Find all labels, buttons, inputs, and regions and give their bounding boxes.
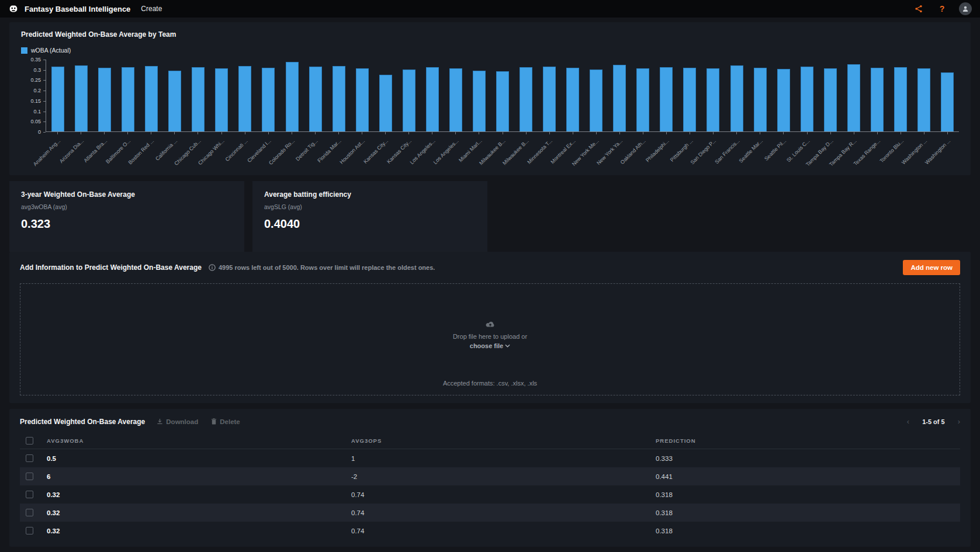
row-checkbox[interactable] [26, 509, 33, 516]
x-axis-tick [245, 132, 245, 134]
bar-Oakland Ath...[interactable] [636, 68, 649, 131]
bar-Kansas City...[interactable] [403, 70, 415, 131]
bar-New York Ya...[interactable] [613, 65, 626, 131]
x-axis-tick [713, 132, 714, 134]
bar-California ...[interactable] [168, 71, 181, 131]
bar-Texas Range...[interactable] [871, 68, 884, 131]
y-axis-tick-label: 0.2 [33, 88, 41, 93]
bar-Seattle Mar...[interactable] [754, 68, 767, 131]
x-axis-label: Cincinnati ... [224, 138, 249, 162]
bar-Los Angeles...[interactable] [449, 68, 462, 131]
x-axis-tick [643, 132, 643, 134]
metric-subtitle: avgSLG (avg) [264, 203, 476, 210]
row-checkbox[interactable] [26, 473, 33, 480]
bar-Cleveland I...[interactable] [262, 68, 275, 131]
row-checkbox[interactable] [26, 454, 33, 462]
table-cell: -2 [351, 473, 656, 480]
y-axis-tick-label: 0.1 [33, 109, 41, 114]
add-section-title: Add Information to Predict Weighted On-B… [20, 263, 202, 272]
bar-Houston Ast...[interactable] [356, 68, 369, 131]
bar-Kansas City...[interactable] [379, 75, 392, 131]
y-axis: 0.350.30.250.20.150.10.050 [21, 60, 46, 132]
add-new-row-button[interactable]: Add new row [903, 260, 960, 275]
x-axis-tick [854, 132, 854, 134]
next-page-icon[interactable]: › [958, 417, 960, 426]
x-axis-label: St. Louis C... [785, 138, 811, 164]
x-axis-tick [338, 132, 339, 134]
bar-Detroit Tig...[interactable] [309, 67, 322, 131]
x-axis-tick [455, 132, 456, 134]
bar-Montreal Ex...[interactable] [566, 68, 579, 131]
x-axis-tick [432, 132, 432, 134]
help-icon[interactable]: ? [937, 4, 947, 14]
bar-Anaheim Ang...[interactable] [51, 67, 64, 131]
chart-title: Predicted Weighted On-Base Average by Te… [21, 30, 959, 39]
bar-Atlanta Bra...[interactable] [98, 68, 111, 131]
bar-Toronto Blu...[interactable] [894, 67, 907, 131]
user-avatar[interactable] [959, 2, 972, 15]
x-axis-label: Houston Ast... [338, 138, 366, 165]
predictions-table: AVG3WOBAAVG3OPSPREDICTION0.510.3336-20.4… [20, 433, 960, 540]
x-axis-label: Boston Red ... [127, 138, 155, 165]
x-axis-label: Miami Marl... [458, 138, 483, 163]
table-cell: 1 [351, 455, 656, 462]
x-axis-label: Arizona Dia... [58, 138, 85, 164]
x-axis-label: Cleveland I... [247, 138, 272, 164]
bar-San Diego P...[interactable] [707, 68, 719, 131]
bar-Seattle Pil...[interactable] [777, 69, 790, 131]
x-axis-tick [877, 132, 878, 134]
bar-Pittsburgh ...[interactable] [683, 68, 696, 131]
bar-Miami Marl...[interactable] [473, 71, 486, 131]
bar-Washington ...[interactable] [917, 68, 930, 131]
bar-Tampa Bay R...[interactable] [847, 64, 860, 131]
bar-Chicago Whi...[interactable] [215, 68, 228, 131]
x-axis-label: Atlanta Bra... [82, 138, 108, 164]
nav-create[interactable]: Create [141, 5, 162, 13]
bar-chart-plot-area [46, 60, 959, 132]
x-axis-tick [783, 132, 784, 134]
bar-Cincinnati ...[interactable] [238, 66, 251, 131]
bar-Philadelphi...[interactable] [660, 67, 673, 131]
x-axis-tick [57, 132, 58, 134]
bar-Tampa Bay D...[interactable] [824, 68, 837, 131]
bar-St. Louis C...[interactable] [801, 67, 813, 131]
bar-Arizona Dia...[interactable] [75, 65, 88, 131]
legend-item-woba-actual[interactable]: wOBA (Actual) [21, 47, 71, 54]
download-button[interactable]: Download [157, 418, 198, 425]
x-axis-tick [596, 132, 597, 134]
table-row: 0.320.740.318 [20, 522, 960, 540]
bar-Florida Mar...[interactable] [333, 66, 345, 131]
share-icon[interactable] [913, 4, 924, 14]
x-axis-tick [362, 132, 362, 134]
pagination: ‹ 1-5 of 5 › [907, 417, 960, 426]
row-checkbox[interactable] [26, 437, 33, 445]
bar-Los Angeles...[interactable] [426, 67, 439, 131]
y-axis-tick-label: 0.3 [33, 67, 41, 73]
bar-New York Me...[interactable] [590, 70, 602, 131]
x-axis-tick [408, 132, 409, 134]
drop-instruction: Drop file here to upload or [20, 333, 960, 340]
x-axis-label: San Francis... [714, 138, 740, 165]
bar-Chicago Cub...[interactable] [192, 67, 205, 131]
row-checkbox[interactable] [26, 527, 33, 534]
bar-Baltimore O...[interactable] [122, 67, 134, 131]
table-row: 0.510.333 [20, 449, 960, 467]
file-dropzone[interactable]: Drop file here to upload or choose file … [20, 283, 960, 395]
delete-button[interactable]: Delete [211, 418, 240, 425]
bar-Minnesota T...[interactable] [543, 67, 556, 131]
choose-file-link[interactable]: choose file [470, 342, 510, 349]
prev-page-icon[interactable]: ‹ [907, 417, 909, 426]
bar-San Francis...[interactable] [730, 65, 743, 131]
x-axis-label: Seattle Mar... [738, 138, 764, 164]
bar-Colorado Ro...[interactable] [286, 62, 299, 131]
x-axis-tick [479, 132, 479, 134]
row-checkbox[interactable] [26, 491, 33, 498]
bar-Milwaukee B...[interactable] [520, 67, 532, 131]
bar-Boston Red ...[interactable] [145, 66, 158, 131]
bar-Milwaukee B...[interactable] [496, 71, 509, 131]
bar-Washington ...[interactable] [941, 72, 954, 131]
x-axis-tick [760, 132, 760, 134]
metrics-row: 3-year Weighted On-Base Average avg3wOBA… [9, 181, 971, 252]
column-header-prediction: PREDICTION [656, 438, 960, 444]
metric-card-avgslg: Average batting efficiency avgSLG (avg) … [252, 181, 487, 252]
